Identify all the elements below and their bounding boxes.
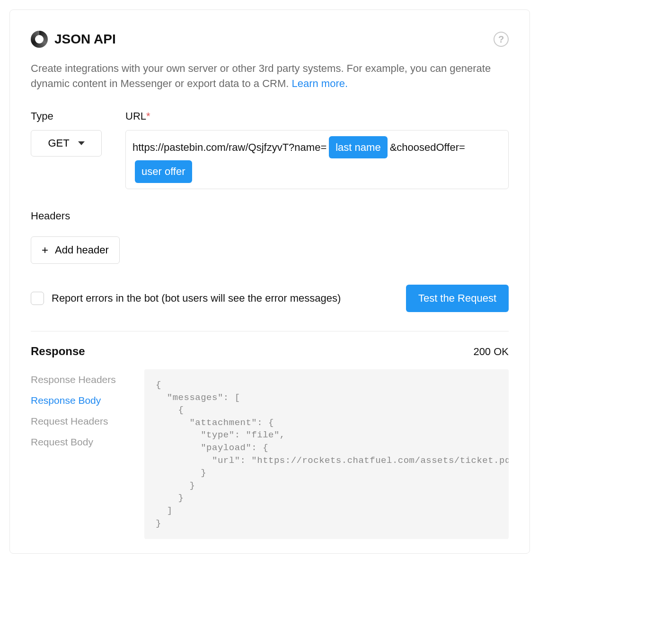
report-errors-label: Report errors in the bot (bot users will… — [52, 292, 341, 305]
plus-icon: + — [42, 244, 48, 257]
response-header: Response 200 OK — [31, 345, 509, 358]
form-row: Type GET URL* https://pastebin.com/raw/Q… — [31, 110, 509, 189]
response-title: Response — [31, 345, 85, 358]
learn-more-link[interactable]: Learn more. — [291, 78, 348, 89]
tab-request-headers[interactable]: Request Headers — [31, 411, 125, 432]
tab-response-body[interactable]: Response Body — [31, 390, 125, 411]
json-api-card: JSON API ? Create integrations with your… — [9, 9, 530, 554]
url-input[interactable]: https://pastebin.com/raw/QsjfzyvT?name=l… — [125, 130, 509, 189]
response-status: 200 OK — [473, 346, 509, 358]
divider — [31, 331, 509, 331]
add-header-label: Add header — [55, 244, 109, 256]
card-title: JSON API — [54, 32, 116, 47]
add-header-button[interactable]: + Add header — [31, 236, 120, 264]
url-text-segment: &choosedOffer= — [390, 141, 465, 153]
description: Create integrations with your own server… — [31, 61, 509, 91]
report-errors-checkbox[interactable] — [31, 292, 44, 305]
url-text-segment: https://pastebin.com/raw/QsjfzyvT?name= — [132, 141, 326, 153]
json-api-logo-icon — [31, 31, 48, 48]
type-column: Type GET — [31, 110, 125, 189]
response-nav: Response Headers Response Body Request H… — [31, 369, 125, 539]
url-column: URL* https://pastebin.com/raw/QsjfzyvT?n… — [125, 110, 509, 189]
headers-section: Headers + Add header — [31, 210, 509, 264]
chevron-down-icon — [78, 141, 85, 145]
header-row: JSON API ? — [31, 31, 509, 48]
test-request-button[interactable]: Test the Request — [406, 285, 509, 312]
response-body-row: Response Headers Response Body Request H… — [31, 369, 509, 539]
type-label: Type — [31, 110, 125, 122]
url-label: URL* — [125, 110, 509, 122]
action-row: Report errors in the bot (bot users will… — [31, 285, 509, 312]
type-select[interactable]: GET — [31, 130, 102, 157]
description-text: Create integrations with your own server… — [31, 62, 491, 89]
response-code[interactable]: { "messages": [ { "attachment": { "type"… — [144, 369, 509, 539]
tab-response-headers[interactable]: Response Headers — [31, 369, 125, 390]
variable-chip-user-offer[interactable]: user offer — [135, 160, 192, 183]
type-value: GET — [48, 137, 69, 149]
tab-request-body[interactable]: Request Body — [31, 432, 125, 453]
required-asterisk: * — [146, 110, 150, 122]
help-icon[interactable]: ? — [494, 32, 509, 47]
variable-chip-last-name[interactable]: last name — [329, 136, 387, 159]
headers-label: Headers — [31, 210, 509, 222]
